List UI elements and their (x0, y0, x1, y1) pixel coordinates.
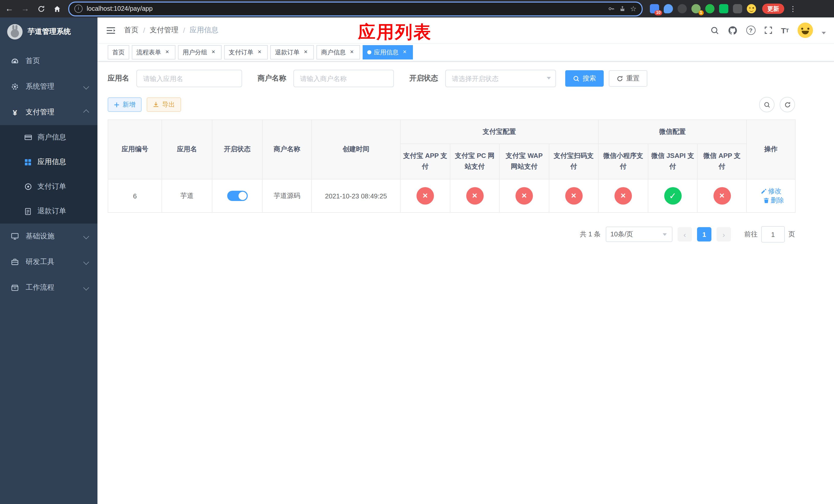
font-size-icon[interactable]: TT (781, 26, 789, 35)
sidebar-item-home[interactable]: 首页 (0, 48, 97, 74)
sidebar-item-label: 首页 (26, 56, 40, 66)
sidebar-item-label: 退款订单 (38, 207, 66, 216)
chevron-down-icon (83, 84, 89, 90)
status-select-input[interactable] (445, 70, 556, 87)
app-name-input[interactable] (136, 70, 242, 87)
avatar-caret-icon[interactable] (822, 31, 826, 36)
cell-wechat-jsapi (648, 179, 697, 212)
tab-payment-orders[interactable]: 支付订单 (224, 45, 268, 60)
hamburger-icon[interactable] (107, 26, 116, 34)
tab-process-form[interactable]: 流程表单 (132, 45, 175, 60)
breadcrumb-separator: / (183, 26, 185, 35)
search-button[interactable]: 搜索 (565, 70, 604, 87)
browser-menu-icon[interactable]: ⋮ (789, 5, 796, 13)
chrome-update-button[interactable]: 更新 (762, 4, 784, 14)
user-avatar[interactable] (797, 23, 813, 38)
sidebar-item-label: 系统管理 (26, 82, 54, 91)
share-icon[interactable] (619, 5, 626, 12)
fullscreen-icon[interactable] (764, 26, 772, 35)
add-button[interactable]: 新增 (108, 97, 141, 112)
col-header-wechat-app: 微信 APP 支付 (697, 144, 747, 179)
extensions-area: 10 1 (650, 4, 756, 13)
sidebar-item-payment-orders[interactable]: 支付订单 (0, 174, 97, 199)
tab-app-info[interactable]: 应用信息 (363, 45, 413, 60)
prev-page-button[interactable]: ‹ (678, 227, 692, 242)
extension-green-circle-icon[interactable] (705, 4, 715, 13)
tab-close-icon[interactable] (163, 49, 171, 56)
cell-actions: 修改 删除 (747, 179, 795, 212)
page-number-button[interactable]: 1 (697, 227, 711, 242)
tab-label: 用户分组 (182, 48, 207, 56)
col-header-alipay-qr: 支付宝扫码支付 (549, 144, 598, 179)
tab-user-group[interactable]: 用户分组 (178, 45, 222, 60)
sidebar-item-workflow[interactable]: 工作流程 (0, 275, 97, 300)
help-icon[interactable]: ? (746, 26, 755, 35)
sidebar-item-app-info[interactable]: 应用信息 (0, 150, 97, 174)
delete-button[interactable]: 删除 (763, 196, 784, 205)
payment-submenu: 商户信息 应用信息 支付订单 (0, 125, 97, 224)
active-tab-dot (367, 50, 371, 54)
tab-close-icon[interactable] (256, 49, 263, 56)
extension-puzzle-icon[interactable] (733, 4, 742, 13)
app-logo (7, 24, 23, 40)
password-key-icon[interactable] (608, 5, 615, 12)
extension-drop-icon[interactable] (664, 4, 673, 13)
extension-grid-icon[interactable]: 10 (650, 4, 659, 13)
tab-merchant-info[interactable]: 商户信息 (316, 45, 360, 60)
home-icon[interactable] (50, 2, 64, 15)
table-row: 6 芋道 芋道源码 2021-10-23 08:49:25 (108, 179, 795, 212)
merchant-name-input[interactable] (293, 70, 394, 87)
grid-icon (24, 158, 32, 166)
monitor-icon (10, 232, 20, 240)
breadcrumb-payment[interactable]: 支付管理 (150, 26, 178, 35)
search-icon[interactable] (710, 26, 719, 35)
app-table: 应用编号 应用名 开启状态 商户名称 创建时间 支付宝配置 微信配置 操作 支付… (108, 119, 795, 213)
edit-button[interactable]: 修改 (761, 187, 782, 196)
bookmark-star-icon[interactable]: ☆ (630, 5, 637, 13)
sidebar-item-system[interactable]: 系统管理 (0, 74, 97, 99)
status-toggle[interactable] (227, 191, 247, 201)
sidebar-item-refund-orders[interactable]: 退款订单 (0, 199, 97, 224)
next-page-button[interactable]: › (717, 227, 731, 242)
extension-dark-icon[interactable] (678, 4, 687, 13)
sidebar-item-label: 研发工具 (26, 257, 54, 267)
sidebar-item-devtools[interactable]: 研发工具 (0, 249, 97, 275)
app-logo-row[interactable]: 芋道管理系统 (0, 18, 97, 46)
sidebar-item-merchant-info[interactable]: 商户信息 (0, 125, 97, 150)
site-info-icon[interactable]: i (74, 5, 83, 13)
toggle-search-icon[interactable] (759, 97, 774, 112)
cell-alipay-wap (499, 179, 549, 212)
tab-refund-orders[interactable]: 退款订单 (270, 45, 314, 60)
extension-chat-icon[interactable] (719, 4, 728, 13)
forward-icon[interactable]: → (19, 2, 32, 15)
back-icon[interactable]: ← (3, 2, 16, 15)
sidebar-item-payment[interactable]: ¥ 支付管理 (0, 99, 97, 125)
sidebar-item-label: 支付订单 (38, 182, 66, 191)
tab-home[interactable]: 首页 (108, 45, 129, 60)
github-icon[interactable] (728, 25, 737, 35)
page-size-select[interactable]: 10条/页 (606, 227, 673, 242)
cell-alipay-qr (549, 179, 598, 212)
refresh-table-icon[interactable] (780, 97, 795, 112)
tab-close-icon[interactable] (302, 49, 309, 56)
refresh-icon[interactable] (35, 2, 48, 15)
goto-page-input[interactable] (761, 226, 785, 243)
url-text[interactable]: localhost:1024/pay/app (87, 5, 604, 12)
address-bar[interactable]: i localhost:1024/pay/app ☆ (68, 1, 643, 16)
config-disabled-icon (614, 187, 632, 205)
tab-close-icon[interactable] (210, 49, 217, 56)
col-header-app-id: 应用编号 (108, 120, 162, 179)
extension-emoji-icon[interactable] (747, 4, 756, 13)
extension-avatar-icon[interactable]: 1 (692, 4, 701, 13)
export-button[interactable]: 导出 (147, 97, 181, 112)
breadcrumb-home[interactable]: 首页 (124, 26, 138, 35)
sidebar-item-label: 工作流程 (26, 283, 54, 292)
cell-alipay-pc (450, 179, 499, 212)
sidebar-item-infrastructure[interactable]: 基础设施 (0, 224, 97, 249)
tab-label: 流程表单 (136, 48, 161, 56)
reset-button[interactable]: 重置 (609, 70, 647, 87)
tab-close-icon[interactable] (401, 49, 408, 56)
status-select[interactable] (445, 70, 556, 87)
tab-close-icon[interactable] (348, 49, 355, 56)
cell-alipay-app (400, 179, 450, 212)
